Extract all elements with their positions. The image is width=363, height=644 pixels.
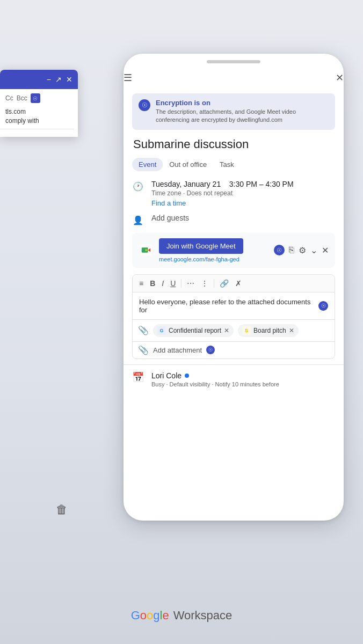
- join-meet-button[interactable]: Join with Google Meet: [159, 238, 243, 254]
- attachment-chip-0[interactable]: G Confidential report ✕: [153, 324, 234, 337]
- event-date: Tuesday, January 21 3:30 PM – 4:30 PM: [151, 180, 335, 188]
- editor-toolbar: ≡ B I U ⋯ ⋮ 🔗 ✗: [133, 275, 335, 292]
- encryption-banner: ☉ Encryption is on The description, atta…: [132, 93, 335, 130]
- attachment-chip-1[interactable]: S Board pitch ✕: [238, 324, 299, 337]
- workspace-brand-text: Workspace: [173, 609, 233, 623]
- guests-icon: 👤: [132, 215, 144, 226]
- attachment-0-close[interactable]: ✕: [224, 327, 229, 334]
- encryption-shield-icon: ☉: [139, 99, 150, 111]
- compose-header: − ↗ ✕: [0, 70, 78, 89]
- add-attachment-shield-icon: ☉: [206, 346, 215, 354]
- compose-body: Cc Bcc ☉ tls.com comply with: [0, 89, 78, 137]
- editor-shield-icon: ☉: [318, 301, 328, 311]
- time-text: 3:30 PM – 4:30 PM: [229, 180, 294, 188]
- encryption-title: Encryption is on: [156, 99, 329, 107]
- meet-icons: ☉ ⎘ ⚙ ⌄ ✕: [274, 245, 329, 255]
- cc-label: Cc: [5, 94, 13, 102]
- attachments-row: 📎 G Confidential report ✕ S Board pitch …: [133, 319, 335, 341]
- calendar-dot: [185, 374, 189, 378]
- toolbar-separator-2: [214, 279, 214, 288]
- calendar-owner-name: Lori Cole: [151, 371, 279, 380]
- tab-out-of-office[interactable]: Out of office: [163, 158, 213, 171]
- encryption-body: The description, attachments, and Google…: [156, 108, 329, 125]
- description-editor[interactable]: ≡ B I U ⋯ ⋮ 🔗 ✗ Hello everyone, please r…: [132, 274, 335, 359]
- bcc-label: Bcc: [17, 94, 27, 102]
- hamburger-icon[interactable]: ☰: [124, 72, 132, 84]
- attachment-0-label: Confidential report: [169, 327, 221, 334]
- datetime-row: 🕐 Tuesday, January 21 3:30 PM – 4:30 PM …: [132, 180, 335, 207]
- close-meet-icon[interactable]: ✕: [322, 245, 329, 255]
- maximize-icon[interactable]: ↗: [55, 75, 62, 84]
- event-topbar: ☰ ✕: [124, 68, 344, 89]
- compose-window: − ↗ ✕ Cc Bcc ☉ tls.com comply with: [0, 70, 78, 137]
- attachment-1-close[interactable]: ✕: [289, 327, 294, 334]
- delete-button[interactable]: 🗑: [51, 499, 72, 521]
- editor-content-area[interactable]: Hello everyone, please refer to the atta…: [133, 292, 335, 319]
- expand-icon[interactable]: ⌄: [310, 245, 317, 255]
- branding: Google Workspace: [0, 609, 363, 623]
- format-clear-icon[interactable]: ✗: [233, 278, 244, 289]
- toolbar-separator-1: [181, 279, 182, 288]
- tab-task[interactable]: Task: [213, 158, 241, 171]
- add-attachment-row[interactable]: 📎 Add attachment ☉: [133, 341, 335, 358]
- add-attachment-text: Add attachment: [153, 346, 202, 354]
- minimize-icon[interactable]: −: [47, 75, 51, 84]
- meet-row: Join with Google Meet meet.google.com/fa…: [132, 233, 335, 268]
- attachment-1-label: Board pitch: [253, 327, 286, 334]
- calendar-content: Lori Cole Busy · Default visibility · No…: [151, 371, 279, 387]
- attachment-1-icon: S: [242, 326, 251, 335]
- underline-button[interactable]: U: [168, 278, 178, 289]
- copy-icon[interactable]: ⎘: [289, 245, 294, 255]
- attachment-clip-icon: 📎: [138, 325, 149, 335]
- compose-divider: [0, 129, 74, 129]
- meet-shield-icon: ☉: [274, 245, 285, 255]
- event-title: Submarine discussion: [132, 137, 335, 151]
- unordered-list-icon[interactable]: ⋮: [199, 278, 210, 289]
- compose-shield-icon: ☉: [31, 93, 40, 103]
- add-attachment-clip-icon: 📎: [138, 345, 149, 355]
- add-guests-text: Add guests: [151, 214, 335, 222]
- close-compose-icon[interactable]: ✕: [66, 75, 72, 84]
- calendar-details: Busy · Default visibility · Notify 10 mi…: [151, 381, 279, 387]
- compose-cc-row: Cc Bcc ☉: [5, 93, 72, 103]
- editor-text: Hello everyone, please refer to the atta…: [139, 298, 318, 314]
- event-detail-container: ☉ Encryption is on The description, atta…: [124, 93, 344, 359]
- settings-icon[interactable]: ⚙: [299, 245, 306, 255]
- phone-notch: [207, 60, 260, 63]
- clock-icon: 🕐: [132, 181, 144, 193]
- bold-button[interactable]: B: [148, 278, 157, 289]
- meet-info: Join with Google Meet meet.google.com/fa…: [159, 238, 243, 262]
- datetime-content: Tuesday, January 21 3:30 PM – 4:30 PM Ti…: [151, 180, 335, 207]
- calendar-icon: 📅: [132, 371, 144, 383]
- tab-event[interactable]: Event: [132, 158, 163, 171]
- encryption-text: Encryption is on The description, attach…: [156, 99, 329, 125]
- align-icon[interactable]: ≡: [137, 278, 146, 289]
- guests-row[interactable]: 👤 Add guests: [132, 214, 335, 226]
- ordered-list-icon[interactable]: ⋯: [185, 278, 197, 289]
- italic-button[interactable]: I: [159, 278, 166, 289]
- find-time-link[interactable]: Find a time: [151, 199, 335, 207]
- meet-link: meet.google.com/fae-fgha-ged: [159, 256, 243, 262]
- compose-body-text: comply with: [5, 116, 72, 126]
- calendar-row: 📅 Lori Cole Busy · Default visibility · …: [124, 364, 344, 394]
- link-icon[interactable]: 🔗: [217, 278, 231, 289]
- google-brand-text: Google: [131, 609, 169, 623]
- google-meet-logo-icon: [139, 243, 154, 258]
- event-timezone: Time zone · Does not repeat: [151, 189, 335, 197]
- guests-content: Add guests: [151, 214, 335, 222]
- close-event-icon[interactable]: ✕: [336, 72, 344, 84]
- compose-domain: tls.com: [5, 107, 72, 116]
- date-text: Tuesday, January 21: [151, 180, 221, 188]
- attachment-0-icon: G: [157, 326, 166, 335]
- event-tabs: Event Out of office Task: [132, 158, 335, 171]
- phone-mockup: ☰ ✕ ☉ Encryption is on The description, …: [124, 54, 344, 521]
